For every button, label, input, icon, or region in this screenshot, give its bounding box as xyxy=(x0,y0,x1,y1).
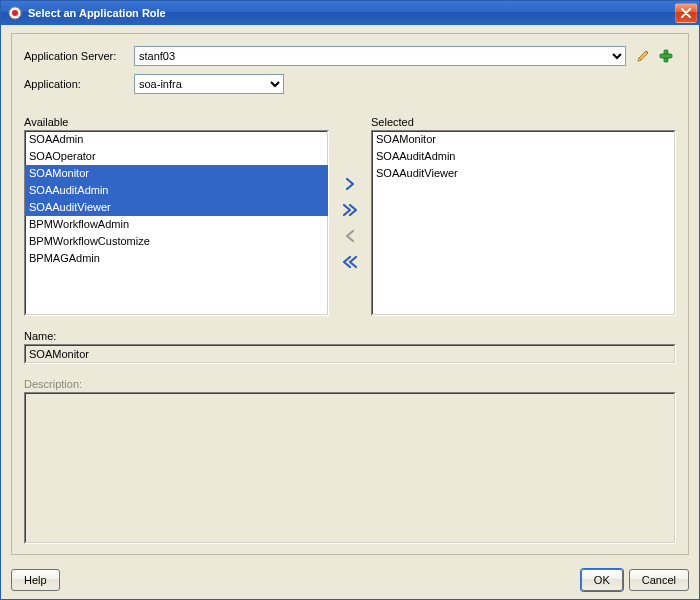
edit-server-button[interactable] xyxy=(634,46,654,66)
dialog-body: Application Server: stanf03 xyxy=(1,25,699,563)
svg-point-1 xyxy=(12,10,18,16)
svg-rect-3 xyxy=(660,54,672,58)
chevron-left-icon xyxy=(343,229,357,243)
description-field[interactable] xyxy=(24,392,676,544)
available-item[interactable]: BPMWorkflowAdmin xyxy=(25,216,328,233)
description-group: Description: xyxy=(24,378,676,544)
dialog-title: Select an Application Role xyxy=(28,7,675,19)
move-right-button[interactable] xyxy=(340,175,360,193)
plus-icon xyxy=(658,48,674,64)
move-all-right-button[interactable] xyxy=(340,201,360,219)
add-server-button[interactable] xyxy=(656,46,676,66)
available-item[interactable]: BPMAGAdmin xyxy=(25,250,328,267)
pencil-icon xyxy=(636,48,652,64)
dual-list: Available SOAAdminSOAOperatorSOAMonitorS… xyxy=(24,116,676,316)
available-item[interactable]: BPMWorkflowCustomize xyxy=(25,233,328,250)
available-item[interactable]: SOAOperator xyxy=(25,148,328,165)
chevron-right-icon xyxy=(343,177,357,191)
app-server-combo[interactable]: stanf03 xyxy=(134,46,626,66)
available-item[interactable]: SOAAuditAdmin xyxy=(25,182,328,199)
application-row: Application: soa-infra xyxy=(24,74,676,94)
app-server-label: Application Server: xyxy=(24,50,134,62)
app-server-row: Application Server: stanf03 xyxy=(24,46,676,66)
selected-item[interactable]: SOAAuditAdmin xyxy=(372,148,675,165)
available-item[interactable]: SOAMonitor xyxy=(25,165,328,182)
help-button[interactable]: Help xyxy=(11,569,60,591)
dialog-footer: Help OK Cancel xyxy=(1,563,699,599)
move-left-button[interactable] xyxy=(340,227,360,245)
selected-listbox[interactable]: SOAMonitorSOAAuditAdminSOAAuditViewer xyxy=(371,130,676,316)
available-listbox[interactable]: SOAAdminSOAOperatorSOAMonitorSOAAuditAdm… xyxy=(24,130,329,316)
application-label: Application: xyxy=(24,78,134,90)
available-item[interactable]: SOAAuditViewer xyxy=(25,199,328,216)
application-combo[interactable]: soa-infra xyxy=(134,74,284,94)
selected-item[interactable]: SOAMonitor xyxy=(372,131,675,148)
selected-item[interactable]: SOAAuditViewer xyxy=(372,165,675,182)
double-chevron-left-icon xyxy=(342,255,358,269)
name-group: Name: xyxy=(24,330,676,364)
ok-button[interactable]: OK xyxy=(581,569,623,591)
app-icon xyxy=(7,5,23,21)
name-label: Name: xyxy=(24,330,676,342)
description-label: Description: xyxy=(24,378,676,390)
selected-column: Selected SOAMonitorSOAAuditAdminSOAAudit… xyxy=(371,116,676,316)
available-label: Available xyxy=(24,116,329,128)
available-column: Available SOAAdminSOAOperatorSOAMonitorS… xyxy=(24,116,329,316)
title-bar: Select an Application Role xyxy=(1,1,699,25)
double-chevron-right-icon xyxy=(342,203,358,217)
cancel-button[interactable]: Cancel xyxy=(629,569,689,591)
content-panel: Application Server: stanf03 xyxy=(11,33,689,555)
available-item[interactable]: SOAAdmin xyxy=(25,131,328,148)
dialog-window: Select an Application Role Application S… xyxy=(0,0,700,600)
selected-label: Selected xyxy=(371,116,676,128)
shuttle-controls xyxy=(329,130,371,316)
close-button[interactable] xyxy=(675,3,697,23)
move-all-left-button[interactable] xyxy=(340,253,360,271)
name-field[interactable] xyxy=(24,344,676,364)
